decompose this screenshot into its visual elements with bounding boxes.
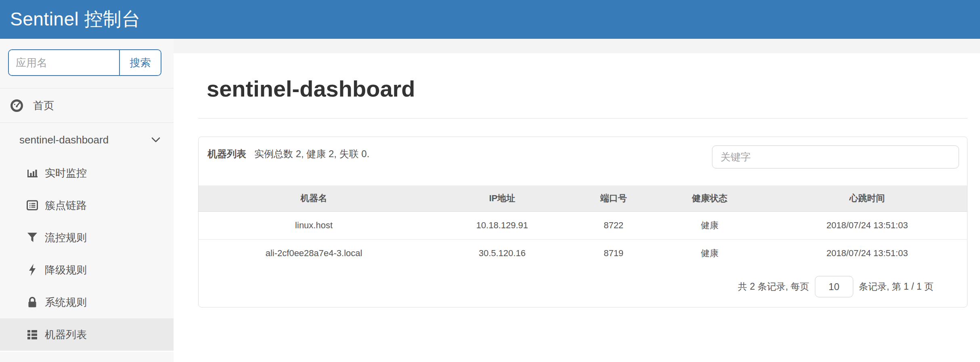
title-divider bbox=[198, 118, 967, 119]
list-alt-icon bbox=[25, 199, 40, 211]
col-header-ip: IP地址 bbox=[429, 185, 575, 212]
page-title: sentinel-dashboard bbox=[207, 76, 967, 102]
pagination-bar: 共 2 条记录, 每页 条记录, 第 1 / 1 页 bbox=[199, 267, 967, 307]
sidebar-app-group-label: sentinel-dashboard bbox=[19, 134, 109, 146]
sidebar-item-label: 系统规则 bbox=[45, 295, 87, 309]
main-area: sentinel-dashboard 机器列表实例总数 2, 健康 2, 失联 … bbox=[174, 39, 980, 362]
cell-machine-name: ali-2cf0ee28a7e4-3.local bbox=[199, 240, 429, 267]
sidebar-item-realtime-monitor[interactable]: 实时监控 bbox=[0, 157, 174, 189]
cell-machine-name: linux.host bbox=[199, 212, 429, 240]
main-content: sentinel-dashboard 机器列表实例总数 2, 健康 2, 失联 … bbox=[174, 53, 980, 362]
th-list-icon bbox=[25, 328, 40, 341]
main-top-band bbox=[174, 39, 980, 53]
keyword-search-input[interactable] bbox=[712, 145, 959, 168]
machine-list-panel: 机器列表实例总数 2, 健康 2, 失联 0. 机器名 IP地址 端 bbox=[198, 137, 967, 307]
sidebar-item-label: 机器列表 bbox=[45, 328, 87, 342]
col-header-port: 端口号 bbox=[575, 185, 652, 212]
panel-title-line: 机器列表实例总数 2, 健康 2, 失联 0. bbox=[207, 147, 369, 160]
col-header-machine-name: 机器名 bbox=[199, 185, 429, 212]
filter-icon bbox=[25, 232, 40, 244]
cell-health-status: 健康 bbox=[652, 240, 767, 267]
body-row: 搜索 首页 sentinel-dashboard bbox=[0, 39, 980, 362]
instance-summary: 实例总数 2, 健康 2, 失联 0. bbox=[254, 148, 369, 159]
col-header-health-status: 健康状态 bbox=[652, 185, 767, 212]
sidebar-item-degrade-rules[interactable]: 降级规则 bbox=[0, 254, 174, 286]
top-navbar: Sentinel 控制台 bbox=[0, 0, 980, 39]
gauge-icon bbox=[10, 99, 23, 112]
panel-title: 机器列表 bbox=[207, 148, 246, 159]
machine-table: 机器名 IP地址 端口号 健康状态 心跳时间 linux.host 10.18.… bbox=[199, 185, 967, 267]
sidebar-item-label: 实时监控 bbox=[45, 166, 87, 180]
cell-heartbeat-time: 2018/07/24 13:51:03 bbox=[767, 212, 967, 240]
cell-port: 8719 bbox=[575, 240, 652, 267]
sentinel-console-page: Sentinel 控制台 搜索 首页 bbox=[0, 0, 980, 362]
sidebar-item-label: 降级规则 bbox=[45, 263, 87, 277]
bolt-icon bbox=[25, 263, 40, 276]
cell-ip: 30.5.120.16 bbox=[429, 240, 575, 267]
lock-icon bbox=[25, 296, 40, 309]
sidebar-item-system-rules[interactable]: 系统规则 bbox=[0, 286, 174, 318]
app-search-group: 搜索 bbox=[8, 49, 161, 76]
sidebar-item-label: 首页 bbox=[33, 99, 54, 113]
table-header-row: 机器名 IP地址 端口号 健康状态 心跳时间 bbox=[199, 185, 967, 212]
sidebar-item-label: 流控规则 bbox=[45, 231, 87, 245]
table-row: linux.host 10.18.129.91 8722 健康 2018/07/… bbox=[199, 212, 967, 240]
cell-ip: 10.18.129.91 bbox=[429, 212, 575, 240]
panel-heading: 机器列表实例总数 2, 健康 2, 失联 0. bbox=[199, 137, 967, 185]
page-size-input[interactable] bbox=[815, 276, 853, 297]
app-search-input[interactable] bbox=[9, 50, 119, 75]
pagination-total-text: 共 2 条记录, 每页 bbox=[738, 280, 809, 293]
sidebar: 搜索 首页 sentinel-dashboard bbox=[0, 39, 174, 362]
sidebar-item-machine-list[interactable]: 机器列表 bbox=[0, 318, 174, 351]
col-header-heartbeat-time: 心跳时间 bbox=[767, 185, 967, 212]
sidebar-menu-bottom-line bbox=[0, 351, 174, 352]
sidebar-item-app-group[interactable]: sentinel-dashboard bbox=[0, 123, 174, 157]
cell-port: 8722 bbox=[575, 212, 652, 240]
app-title: Sentinel 控制台 bbox=[10, 7, 140, 32]
sidebar-item-label: 簇点链路 bbox=[45, 198, 87, 213]
sidebar-item-flow-rules[interactable]: 流控规则 bbox=[0, 221, 174, 254]
table-row: ali-2cf0ee28a7e4-3.local 30.5.120.16 871… bbox=[199, 240, 967, 267]
bar-chart-icon bbox=[25, 167, 40, 179]
app-search-button[interactable]: 搜索 bbox=[119, 50, 161, 75]
pagination-suffix-text: 条记录, 第 1 / 1 页 bbox=[859, 280, 934, 293]
sidebar-item-cluster-link[interactable]: 簇点链路 bbox=[0, 189, 174, 221]
sidebar-item-home[interactable]: 首页 bbox=[0, 88, 174, 123]
chevron-down-icon bbox=[151, 137, 161, 143]
cell-heartbeat-time: 2018/07/24 13:51:03 bbox=[767, 240, 967, 267]
cell-health-status: 健康 bbox=[652, 212, 767, 240]
